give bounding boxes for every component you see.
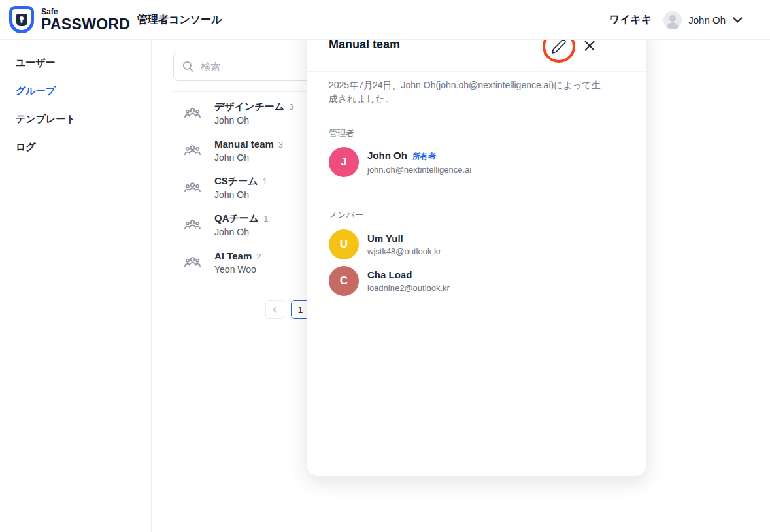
group-name: CSチーム (214, 175, 258, 186)
member-row: C Cha Load loadnine2@outlook.kr (329, 266, 450, 296)
group-icon (184, 105, 201, 122)
group-member-count: 3 (289, 102, 293, 112)
group-member-count: 3 (278, 140, 283, 150)
avatar: J (329, 147, 359, 177)
app-root: Safe PASSWORD 管理者コンソール ワイキキ John Oh ユーザー… (0, 0, 770, 532)
group-name: AI Team (214, 250, 252, 261)
sidebar-item-logs[interactable]: ログ (0, 133, 151, 161)
edit-group-button[interactable] (551, 39, 567, 54)
admin-section-label: 管理者 (329, 127, 354, 139)
member-section-label: メンバー (329, 209, 363, 221)
shield-lock-icon (9, 6, 34, 33)
workspace-name: ワイキキ (609, 13, 652, 27)
group-owner: John Oh (214, 227, 268, 237)
group-owner: John Oh (214, 190, 267, 200)
member-email: loadnine2@outlook.kr (367, 283, 450, 293)
console-title: 管理者コンソール (137, 0, 222, 40)
group-detail-panel: Manual team 2025年7月24日、John Oh(john.oh@n… (307, 20, 646, 476)
admin-email: john.oh@nextintelligence.ai (367, 165, 471, 175)
group-owner: John Oh (214, 115, 293, 125)
group-member-count: 2 (256, 252, 261, 261)
header-user-area: ワイキキ John Oh (609, 0, 743, 40)
group-info: QAチーム1 John Oh (214, 212, 268, 237)
person-silhouette-icon (669, 15, 676, 22)
person-silhouette-body (667, 22, 678, 29)
member-row: U Um Yull wjstk48@outlook.kr (329, 229, 441, 259)
group-icon (184, 216, 201, 234)
sidebar-item-groups[interactable]: グループ (0, 77, 151, 105)
close-panel-button[interactable] (582, 39, 597, 54)
avatar: U (329, 229, 359, 259)
member-info: Um Yull wjstk48@outlook.kr (367, 233, 441, 256)
panel-title: Manual team (329, 38, 400, 52)
admin-info: John Oh 所有者 john.oh@nextintelligence.ai (367, 150, 471, 175)
group-owner: Yeon Woo (214, 264, 261, 274)
group-icon (184, 179, 201, 197)
user-avatar[interactable] (663, 11, 682, 29)
chevron-left-icon (271, 306, 279, 314)
avatar: C (329, 266, 359, 296)
user-name[interactable]: John Oh (688, 14, 726, 25)
search-input[interactable] (201, 61, 322, 72)
sidebar-item-templates[interactable]: テンプレート (0, 105, 151, 133)
member-info: Cha Load loadnine2@outlook.kr (367, 269, 450, 293)
pencil-icon (551, 39, 567, 54)
group-member-count: 1 (263, 214, 268, 224)
keyhole-stem (21, 19, 23, 23)
group-info: CSチーム1 John Oh (214, 175, 267, 200)
logo-password-text: PASSWORD (41, 17, 130, 32)
group-icon (184, 142, 201, 159)
group-icon (184, 254, 201, 271)
group-created-description: 2025年7月24日、John Oh(john.oh@nextintellige… (329, 78, 606, 106)
admin-name: John Oh (367, 150, 407, 161)
group-info: Manual team3 John Oh (214, 139, 283, 163)
group-name: デザインチーム (214, 101, 284, 112)
logo-text: Safe PASSWORD (41, 8, 130, 32)
search-icon (182, 60, 195, 73)
chevron-down-icon[interactable] (733, 17, 743, 23)
admin-row: J John Oh 所有者 john.oh@nextintelligence.a… (329, 147, 471, 177)
group-member-count: 1 (263, 176, 267, 186)
sidebar-item-users[interactable]: ユーザー (0, 49, 151, 77)
shield-core (16, 14, 27, 26)
group-info: デザインチーム3 John Oh (214, 101, 293, 125)
member-name: Cha Load (367, 269, 450, 280)
app-logo: Safe PASSWORD (9, 6, 130, 33)
member-email: wjstk48@outlook.kr (367, 246, 441, 256)
logo-safe-text: Safe (41, 8, 130, 16)
owner-badge: 所有者 (412, 151, 436, 162)
app-header: Safe PASSWORD 管理者コンソール ワイキキ John Oh (0, 0, 770, 40)
group-owner: John Oh (214, 152, 283, 163)
group-name: QAチーム (214, 212, 259, 224)
group-info: AI Team2 Yeon Woo (214, 250, 261, 274)
group-name: Manual team (214, 139, 274, 150)
member-name: Um Yull (367, 233, 441, 244)
close-icon (582, 39, 597, 53)
pagination-prev-button[interactable] (265, 300, 284, 319)
sidebar: ユーザー グループ テンプレート ログ (0, 41, 152, 532)
